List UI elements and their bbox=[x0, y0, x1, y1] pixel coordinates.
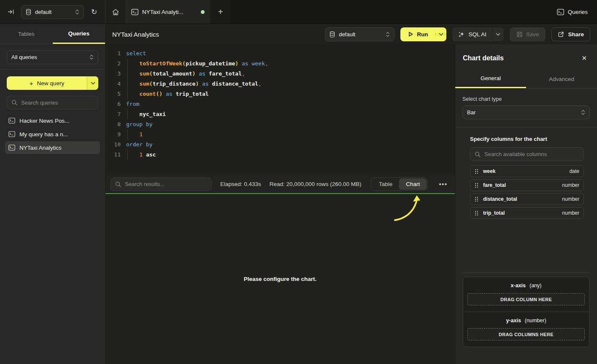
query-list-item[interactable]: My query has a n... bbox=[5, 128, 100, 140]
y-axis-drop-zone[interactable]: DRAG COLUMNS HERE bbox=[467, 328, 585, 340]
column-name: week bbox=[483, 168, 565, 174]
query-console-icon bbox=[8, 145, 15, 151]
chart-type-label: Select chart type bbox=[462, 96, 590, 102]
code-line[interactable]: 9 1 bbox=[105, 129, 455, 140]
panel-title: Chart details bbox=[463, 54, 504, 62]
divider bbox=[455, 127, 597, 127]
column-chip-distance-total[interactable]: distance_total number bbox=[470, 193, 584, 205]
topbar-left-section: default ↻ bbox=[0, 0, 105, 24]
column-chip-week[interactable]: week date bbox=[470, 165, 584, 177]
sparkle-icon bbox=[458, 31, 465, 38]
columns-section-label: Specify columns for the chart bbox=[470, 136, 584, 142]
tab-nytaxi-analytics[interactable]: NYTaxi Analyti... bbox=[126, 0, 210, 24]
results-toolbar: Elapsed: 0.433s Read: 20,000,000 rows (2… bbox=[105, 175, 455, 194]
indent-guide bbox=[127, 150, 128, 160]
search-icon bbox=[475, 151, 481, 157]
view-toggle-table[interactable]: Table bbox=[372, 178, 399, 190]
chart-type-select[interactable]: Bar bbox=[462, 105, 590, 119]
results-search bbox=[111, 178, 212, 191]
query-list-item-selected[interactable]: NYTaxi Analytics bbox=[5, 141, 100, 154]
new-tab-button[interactable]: + bbox=[210, 0, 231, 24]
chart-details-panel: Chart details ✕ General Advanced Select … bbox=[455, 44, 597, 364]
queries-button[interactable]: Queries bbox=[548, 0, 597, 24]
sql-editor-lines: 1select2 toStartOfWeek(pickup_datetime) … bbox=[105, 49, 455, 160]
code-line[interactable]: 3 sum(total_amount) as fare_total, bbox=[105, 69, 455, 79]
column-type: date bbox=[570, 168, 579, 174]
chevron-updown-icon bbox=[75, 9, 79, 15]
query-list-item[interactable]: Hacker News Pos... bbox=[5, 114, 100, 127]
search-queries-input[interactable] bbox=[21, 100, 94, 106]
query-console-icon bbox=[8, 131, 15, 137]
query-console-icon bbox=[557, 9, 564, 15]
view-toggle: Table Chart bbox=[371, 177, 428, 191]
run-dropdown-button[interactable] bbox=[435, 33, 446, 36]
panel-tabs: General Advanced bbox=[455, 70, 597, 89]
sql-ai-label: SQL AI bbox=[468, 31, 486, 38]
rows-read-stats: Read: 20,000,000 rows (260.00 MB) bbox=[270, 181, 362, 187]
sidebar-tab-queries[interactable]: Queries bbox=[53, 24, 105, 44]
sql-ai-dropdown-button[interactable] bbox=[492, 27, 504, 41]
query-title: NYTaxi Analytics bbox=[112, 31, 159, 38]
share-button[interactable]: Share bbox=[551, 27, 590, 41]
query-list-item-label: NYTaxi Analytics bbox=[19, 145, 62, 151]
sidebar-tab-tables[interactable]: Tables bbox=[0, 24, 53, 44]
code-line[interactable]: 5 count() as trip_total bbox=[105, 89, 455, 99]
x-axis-label: x-axis bbox=[511, 283, 526, 289]
code-line[interactable]: 7 nyc_taxi bbox=[105, 109, 455, 119]
sql-ai-button[interactable]: SQL AI bbox=[452, 27, 503, 41]
annotation-arrow bbox=[393, 195, 426, 223]
close-icon[interactable]: ✕ bbox=[579, 54, 589, 63]
topbar-spacer bbox=[231, 0, 548, 24]
refresh-icon[interactable]: ↻ bbox=[89, 7, 99, 17]
code-line[interactable]: 8group by bbox=[105, 119, 455, 129]
chevron-down-icon bbox=[91, 82, 95, 85]
panel-tab-general[interactable]: General bbox=[455, 70, 526, 88]
save-label: Save bbox=[526, 31, 539, 38]
line-number: 10 bbox=[109, 140, 121, 150]
search-results-input[interactable] bbox=[125, 181, 207, 187]
line-number: 7 bbox=[109, 109, 121, 119]
divider bbox=[463, 272, 589, 273]
query-list: Hacker News Pos... My query has a n... N… bbox=[0, 113, 105, 156]
sidebar-tabs: Tables Queries bbox=[0, 24, 105, 44]
x-axis-drop-zone[interactable]: DRAG COLUMN HERE bbox=[467, 293, 585, 305]
code-line[interactable]: 6from bbox=[105, 99, 455, 109]
new-query-button[interactable]: + New query bbox=[7, 76, 98, 90]
line-number: 2 bbox=[109, 59, 121, 69]
column-chip-trip-total[interactable]: trip_total number bbox=[470, 207, 584, 219]
top-bar: default ↻ NYTaxi Analyti... + Queries bbox=[0, 0, 597, 24]
run-button[interactable]: Run bbox=[400, 27, 446, 41]
code-line[interactable]: 1select bbox=[105, 49, 455, 59]
column-chip-fare-total[interactable]: fare_total number bbox=[470, 179, 584, 191]
code-line[interactable]: 4 sum(trip_distance) as distance_total, bbox=[105, 79, 455, 89]
indent-guide bbox=[127, 69, 128, 79]
more-options-button[interactable]: ••• bbox=[436, 181, 450, 188]
code-line[interactable]: 10order by bbox=[105, 140, 455, 150]
topbar-database-selector[interactable]: default bbox=[21, 5, 84, 19]
new-query-dropdown-button[interactable] bbox=[87, 76, 98, 90]
new-query-label: New query bbox=[37, 80, 65, 86]
collapse-sidebar-icon[interactable] bbox=[6, 7, 16, 17]
column-chip-list: week date fare_total number distance_tot… bbox=[470, 165, 584, 219]
header-database-selector[interactable]: default bbox=[325, 27, 394, 41]
home-icon bbox=[112, 8, 119, 16]
code-line[interactable]: 2 toStartOfWeek(pickup_datetime) as week… bbox=[105, 59, 455, 69]
line-number: 5 bbox=[109, 89, 121, 99]
query-filter-select[interactable]: All queries bbox=[7, 50, 98, 64]
y-axis-section: y-axis (number) DRAG COLUMNS HERE bbox=[463, 312, 589, 347]
columns-search bbox=[470, 147, 584, 161]
code-line[interactable]: 11 1 asc bbox=[105, 150, 455, 160]
column-type: number bbox=[562, 210, 579, 216]
axes-configuration: x-axis (any) DRAG COLUMN HERE y-axis (nu… bbox=[463, 277, 589, 347]
elapsed-time: Elapsed: 0.433s bbox=[220, 181, 261, 187]
search-columns-input[interactable] bbox=[484, 151, 579, 157]
sidebar: Tables Queries All queries + New query bbox=[0, 24, 105, 364]
line-number: 8 bbox=[109, 119, 121, 129]
x-axis-section: x-axis (any) DRAG COLUMN HERE bbox=[463, 277, 589, 312]
sql-editor[interactable]: 1select2 toStartOfWeek(pickup_datetime) … bbox=[105, 44, 455, 175]
line-number: 11 bbox=[109, 150, 121, 160]
tab-home[interactable] bbox=[105, 0, 126, 24]
view-toggle-chart[interactable]: Chart bbox=[399, 178, 427, 190]
panel-tab-advanced[interactable]: Advanced bbox=[526, 70, 597, 88]
topbar-database-value: default bbox=[35, 9, 71, 15]
